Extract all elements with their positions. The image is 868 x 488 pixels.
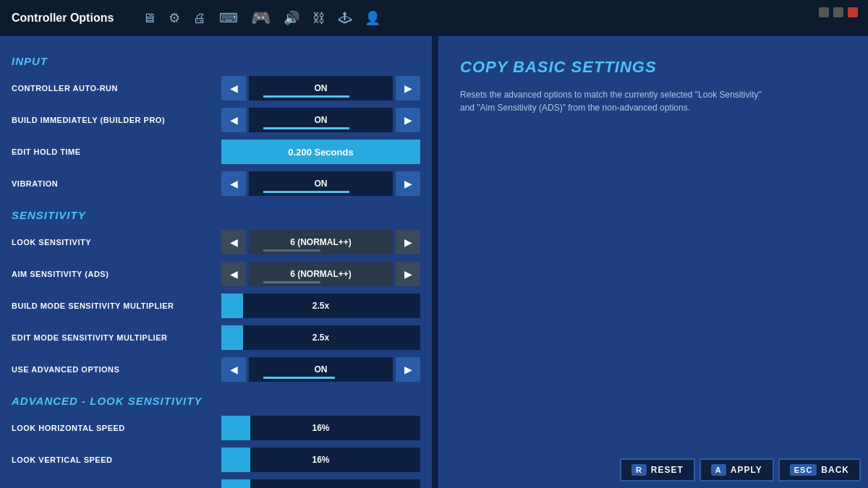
label-edit-mode-sensitivity: EDIT MODE SENSITIVITY MULTIPLIER: [12, 333, 221, 342]
value-controller-auto-run: ON: [249, 76, 393, 100]
minimize-btn[interactable]: [819, 7, 829, 17]
label-aim-sensitivity: AIM SENSITIVITY (ADS): [12, 270, 221, 278]
value-bar-controller-auto-run: [263, 95, 349, 98]
slider-fill-look-vertical: [221, 448, 250, 472]
back-label: BACK: [821, 465, 849, 475]
arrow-right-use-advanced-options[interactable]: ▶: [396, 357, 420, 382]
label-vibration: VIBRATION: [12, 179, 221, 188]
controller-icon[interactable]: 🎮: [251, 9, 271, 27]
back-button[interactable]: ESC BACK: [778, 458, 861, 481]
control-look-horizontal-speed: 16%: [221, 416, 420, 440]
row-use-advanced-options: USE ADVANCED OPTIONS ◀ ON ▶: [12, 356, 420, 383]
value-edit-hold-time[interactable]: 0.200 Seconds: [221, 140, 420, 164]
arrow-left-vibration[interactable]: ◀: [221, 171, 246, 196]
section-header-sensitivity: SENSITIVITY: [12, 209, 420, 221]
row-turning-horizontal-boost: TURNING HORIZONTAL BOOST 16%: [12, 478, 420, 488]
label-use-advanced-options: USE ADVANCED OPTIONS: [12, 365, 221, 374]
bottom-bar: R RESET A APPLY ESC BACK: [613, 452, 868, 488]
user-icon[interactable]: 👤: [365, 10, 380, 26]
arrow-left-aim-sensitivity[interactable]: ◀: [221, 262, 246, 286]
label-build-immediately: BUILD IMMEDIATELY (BUILDER PRO): [12, 116, 221, 124]
row-vibration: VIBRATION ◀ ON ▶: [12, 170, 420, 197]
display-icon[interactable]: 🖨: [193, 11, 206, 26]
arrow-right-build-immediately[interactable]: ▶: [396, 108, 420, 132]
row-look-vertical-speed: LOOK VERTICAL SPEED 16%: [12, 446, 420, 474]
value-aim-sensitivity: 6 (NORMAL++): [249, 262, 393, 286]
left-panel: INPUT CONTROLLER AUTO-RUN ◀ ON ▶ BUILD I…: [0, 36, 434, 488]
section-header-advanced-look: ADVANCED - LOOK SENSITIVITY: [12, 395, 420, 407]
arrow-left-controller-auto-run[interactable]: ◀: [221, 76, 246, 100]
monitor-icon[interactable]: 🖥: [142, 11, 156, 26]
speaker-icon[interactable]: 🔊: [284, 10, 299, 26]
value-build-immediately: ON: [249, 108, 393, 132]
reset-label: RESET: [651, 465, 684, 475]
control-controller-auto-run: ◀ ON ▶: [221, 76, 420, 100]
copy-settings-title: COPY BASIC SETTINGS: [460, 58, 846, 77]
control-use-advanced-options: ◀ ON ▶: [221, 357, 420, 382]
value-look-horizontal-speed[interactable]: 16%: [221, 416, 420, 440]
control-build-mode-sensitivity: 2.5x: [221, 294, 420, 318]
close-btn[interactable]: [848, 7, 858, 17]
control-vibration: ◀ ON ▶: [221, 171, 420, 196]
gear-icon[interactable]: ⚙: [169, 10, 180, 26]
row-aim-sensitivity: AIM SENSITIVITY (ADS) ◀ 6 (NORMAL++) ▶: [12, 260, 420, 288]
apply-label: APPLY: [731, 465, 762, 475]
value-vibration: ON: [249, 171, 393, 196]
gamepad-icon[interactable]: 🕹: [339, 11, 352, 26]
row-controller-auto-run: CONTROLLER AUTO-RUN ◀ ON ▶: [12, 74, 420, 102]
keyboard-icon[interactable]: ⌨: [219, 10, 238, 26]
restore-btn[interactable]: [833, 7, 843, 17]
value-bar-aim-sensitivity: [263, 281, 321, 283]
value-bar-look-sensitivity: [263, 249, 321, 252]
row-build-immediately: BUILD IMMEDIATELY (BUILDER PRO) ◀ ON ▶: [12, 106, 420, 134]
apply-key: A: [711, 464, 726, 476]
nav-icons: 🖥 ⚙ 🖨 ⌨ 🎮 🔊 ⛓ 🕹 👤: [142, 9, 380, 27]
label-look-vertical-speed: LOOK VERTICAL SPEED: [12, 455, 221, 464]
section-header-input: INPUT: [12, 55, 420, 67]
slider-fill-turning-horizontal: [221, 479, 250, 488]
value-bar-vibration: [263, 191, 349, 193]
arrow-left-use-advanced-options[interactable]: ◀: [221, 357, 246, 382]
value-turning-horizontal-boost[interactable]: 16%: [221, 479, 420, 488]
row-look-sensitivity: LOOK SENSITIVITY ◀ 6 (NORMAL++) ▶: [12, 228, 420, 256]
label-look-sensitivity: LOOK SENSITIVITY: [12, 238, 221, 247]
arrow-left-look-sensitivity[interactable]: ◀: [221, 230, 246, 254]
arrow-right-look-sensitivity[interactable]: ▶: [396, 230, 420, 254]
row-build-mode-sensitivity: BUILD MODE SENSITIVITY MULTIPLIER 2.5x: [12, 292, 420, 320]
window-title: Controller Options: [12, 12, 114, 25]
value-look-vertical-speed[interactable]: 16%: [221, 448, 420, 472]
back-key: ESC: [790, 464, 817, 476]
row-edit-mode-sensitivity: EDIT MODE SENSITIVITY MULTIPLIER 2.5x: [12, 324, 420, 351]
value-edit-mode-sensitivity[interactable]: 2.5x: [221, 325, 420, 350]
arrow-right-controller-auto-run[interactable]: ▶: [396, 76, 420, 100]
value-bar-use-advanced-options: [263, 377, 336, 379]
label-build-mode-sensitivity: BUILD MODE SENSITIVITY MULTIPLIER: [12, 301, 221, 310]
network-icon[interactable]: ⛓: [312, 11, 326, 26]
row-look-horizontal-speed: LOOK HORIZONTAL SPEED 16%: [12, 414, 420, 442]
right-panel: COPY BASIC SETTINGS Resets the advanced …: [438, 36, 868, 488]
copy-settings-desc: Resets the advanced options to match the…: [460, 88, 778, 114]
control-look-vertical-speed: 16%: [221, 448, 420, 472]
value-look-sensitivity: 6 (NORMAL++): [249, 230, 393, 254]
reset-key: R: [631, 464, 647, 476]
label-look-horizontal-speed: LOOK HORIZONTAL SPEED: [12, 424, 221, 432]
value-build-mode-sensitivity[interactable]: 2.5x: [221, 294, 420, 318]
control-turning-horizontal-boost: 16%: [221, 479, 420, 488]
title-bar: Controller Options 🖥 ⚙ 🖨 ⌨ 🎮 🔊 ⛓ 🕹 👤: [0, 0, 868, 36]
arrow-right-vibration[interactable]: ▶: [396, 171, 420, 196]
main-content: INPUT CONTROLLER AUTO-RUN ◀ ON ▶ BUILD I…: [0, 36, 868, 488]
control-edit-hold-time: 0.200 Seconds: [221, 140, 420, 164]
slider-fill-look-horizontal: [221, 416, 250, 440]
label-edit-hold-time: EDIT HOLD TIME: [12, 147, 221, 156]
control-look-sensitivity: ◀ 6 (NORMAL++) ▶: [221, 230, 420, 254]
apply-button[interactable]: A APPLY: [699, 458, 774, 481]
arrow-right-aim-sensitivity[interactable]: ▶: [396, 262, 420, 286]
reset-button[interactable]: R RESET: [620, 458, 695, 481]
slider-fill-edit-mode: [221, 325, 243, 350]
value-use-advanced-options: ON: [249, 357, 393, 382]
row-edit-hold-time: EDIT HOLD TIME 0.200 Seconds: [12, 138, 420, 166]
slider-fill-build-mode: [221, 294, 243, 318]
arrow-left-build-immediately[interactable]: ◀: [221, 108, 246, 132]
value-bar-build-immediately: [263, 127, 349, 129]
label-controller-auto-run: CONTROLLER AUTO-RUN: [12, 84, 221, 93]
